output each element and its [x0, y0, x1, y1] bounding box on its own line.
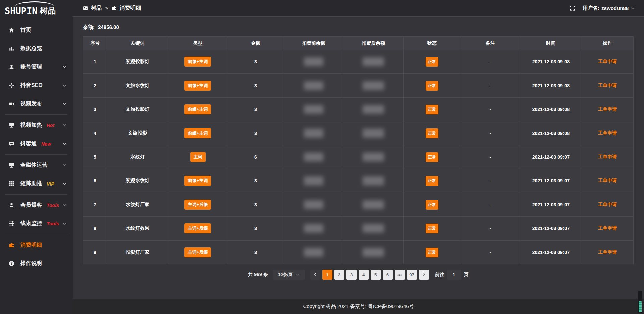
- page-button-2[interactable]: 2: [334, 270, 344, 280]
- page-size-select[interactable]: 10条/页: [273, 270, 305, 280]
- sidebar-item-sliders[interactable]: 线索监控Tools: [0, 214, 73, 233]
- type-badge: 前缀+主词: [184, 57, 211, 67]
- column-header-amount: 金额: [227, 37, 284, 50]
- svg-text:?: ?: [10, 262, 12, 265]
- page-ellipsis-button[interactable]: •••: [395, 270, 405, 280]
- cell-keyword: 文旅水纹灯: [107, 74, 168, 98]
- table-row: 1景观投影灯前缀+主词3正常-2021-12-03 09:08工单申请: [83, 50, 634, 74]
- table-row: 9投影灯厂家主词+后缀3正常-2021-12-03 09:07工单申请: [83, 241, 634, 264]
- goto-page: 前往 页: [435, 270, 469, 280]
- column-header-time: 时间: [520, 37, 582, 50]
- status-badge: 正常: [426, 81, 438, 91]
- sidebar-item-grid[interactable]: 矩阵助推VIP: [0, 174, 73, 193]
- blurred-balance: [363, 200, 384, 209]
- work-order-link[interactable]: 工单申请: [598, 178, 617, 183]
- breadcrumb-item-home[interactable]: 树品: [91, 5, 102, 12]
- cell-amount: 3: [227, 169, 284, 193]
- cell-remark: -: [461, 217, 520, 241]
- sidebar-item-home[interactable]: 首页: [0, 21, 73, 39]
- cell-status: 正常: [404, 50, 461, 74]
- cell-pre-balance: [284, 98, 343, 121]
- column-header-pre_balance: 扣费前余额: [284, 37, 343, 50]
- page-button-3[interactable]: 3: [346, 270, 357, 280]
- cell-time: 2021-12-03 09:07: [520, 169, 582, 193]
- sidebar-item-wallet[interactable]: 消费明细: [0, 236, 73, 254]
- blurred-balance: [304, 105, 323, 114]
- work-order-link[interactable]: 工单申请: [598, 83, 617, 88]
- cell-type: 主词+后缀: [168, 217, 227, 241]
- work-order-link[interactable]: 工单申请: [598, 106, 617, 112]
- sidebar-item-gear[interactable]: 抖音SEO: [0, 76, 73, 95]
- cell-amount: 3: [227, 121, 284, 145]
- cell-action: 工单申请: [582, 169, 633, 193]
- chevron-down-icon: [62, 83, 67, 88]
- chat-icon: [9, 141, 15, 147]
- user-dropdown[interactable]: 用户名: zswodun88: [583, 5, 635, 11]
- blurred-balance: [304, 224, 323, 233]
- sidebar-item-tag: Tools: [47, 221, 59, 226]
- status-badge: 正常: [426, 152, 438, 162]
- work-order-link[interactable]: 工单申请: [598, 249, 617, 255]
- sidebar-item-chat[interactable]: 抖客通New: [0, 135, 73, 153]
- work-order-link[interactable]: 工单申请: [598, 130, 617, 136]
- consumption-table: 序号关键词类型金额扣费前余额扣费后余额状态备注时间操作 1景观投影灯前缀+主词3…: [83, 36, 634, 264]
- sidebar-item-question[interactable]: ?操作说明: [0, 254, 73, 273]
- type-badge: 主词+后缀: [184, 223, 211, 233]
- video-camera-icon: [9, 101, 15, 107]
- mini-scrollbar-thumb[interactable]: [639, 301, 642, 312]
- cell-pre-balance: [284, 121, 343, 145]
- grid-icon: [9, 181, 15, 187]
- sidebar-item-label: 消费明细: [20, 242, 42, 249]
- next-page-button[interactable]: [419, 270, 429, 280]
- cell-no: 5: [83, 145, 107, 169]
- goto-page-input[interactable]: [447, 270, 461, 280]
- sidebar-item-user[interactable]: 账号管理: [0, 58, 73, 76]
- cell-remark: -: [461, 50, 520, 74]
- page-button-4[interactable]: 4: [359, 270, 369, 280]
- type-badge: 主词: [190, 152, 206, 162]
- logo-text-cn: 树品: [40, 5, 56, 16]
- table-row: 6景观水纹灯前缀+主词3正常-2021-12-03 09:07工单申请: [83, 169, 634, 193]
- sidebar-divider: [5, 114, 67, 115]
- pagination-total: 共 969 条: [248, 272, 268, 278]
- cell-no: 6: [83, 169, 107, 193]
- cell-post-balance: [343, 241, 404, 264]
- sidebar-item-bar-chart[interactable]: 数据总览: [0, 39, 73, 58]
- sidebar-item-member[interactable]: 会员爆客Tools: [0, 196, 73, 214]
- work-order-link[interactable]: 工单申请: [598, 225, 617, 231]
- page-button-97[interactable]: 97: [407, 270, 417, 280]
- page-button-6[interactable]: 6: [383, 270, 393, 280]
- cell-pre-balance: [284, 145, 343, 169]
- chevron-down-icon: [296, 272, 299, 277]
- work-order-link[interactable]: 工单申请: [598, 154, 617, 159]
- status-badge: 正常: [426, 105, 438, 114]
- cell-pre-balance: [284, 217, 343, 241]
- cell-action: 工单申请: [582, 50, 633, 74]
- question-icon: ?: [9, 261, 15, 266]
- cell-post-balance: [343, 121, 404, 145]
- wallet-icon: [9, 242, 15, 248]
- balance-label: 余额:: [83, 24, 95, 30]
- mini-scrollbar[interactable]: [638, 291, 642, 313]
- fullscreen-icon[interactable]: [570, 5, 575, 11]
- sidebar-item-label: 首页: [20, 27, 31, 34]
- sidebar-item-video-camera[interactable]: 视频发布: [0, 95, 73, 113]
- type-badge: 前缀+主词: [184, 104, 211, 114]
- page-button-1[interactable]: 1: [322, 270, 332, 280]
- sidebar-item-screen-push[interactable]: 视频加热Hot: [0, 116, 73, 135]
- footer: Copyright 树品 2021 备案号: 粤ICP备09019646号: [73, 299, 644, 314]
- table-header-row: 序号关键词类型金额扣费前余额扣费后余额状态备注时间操作: [83, 37, 634, 50]
- chevron-down-icon: [631, 6, 635, 10]
- topbar-right: 用户名: zswodun88: [570, 5, 635, 11]
- cell-remark: -: [461, 193, 520, 217]
- type-badge: 主词+后缀: [184, 247, 211, 257]
- sidebar-item-monitor[interactable]: 全媒体运营: [0, 156, 73, 174]
- work-order-link[interactable]: 工单申请: [598, 59, 617, 64]
- cell-time: 2021-12-03 09:07: [520, 193, 582, 217]
- table-row: 7水纹灯厂家主词+后缀3正常-2021-12-03 09:07工单申请: [83, 193, 634, 217]
- page-button-5[interactable]: 5: [371, 270, 381, 280]
- cell-action: 工单申请: [582, 145, 633, 169]
- prev-page-button[interactable]: [310, 270, 320, 280]
- work-order-link[interactable]: 工单申请: [598, 202, 617, 207]
- goto-unit: 页: [464, 272, 469, 278]
